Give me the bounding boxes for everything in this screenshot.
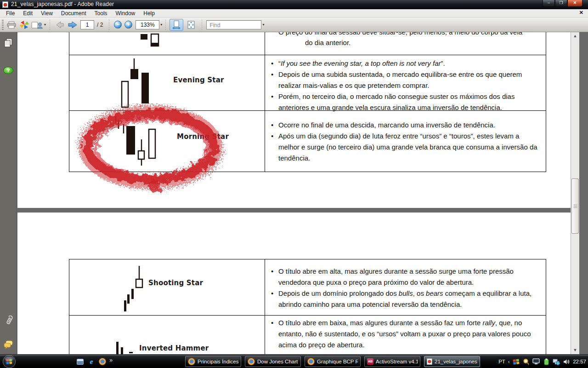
taskbar-button-graphique-bcp[interactable]: Graphique BCP R, c... [305, 356, 361, 367]
show-desktop-button[interactable] [76, 357, 84, 366]
toolbar-separator [109, 20, 109, 30]
clock[interactable]: 22:57 [573, 359, 586, 364]
network-tray-icon[interactable] [553, 358, 560, 365]
find-dropdown-caret-icon[interactable]: ▾ [262, 23, 264, 27]
restore-button[interactable]: ❐ [555, 0, 567, 7]
pattern-description: •O título abre em alta, mas algures dura… [271, 266, 540, 310]
page-count-label: / 2 [97, 22, 103, 28]
window-controls: – ❐ ✕ [543, 0, 582, 7]
taskbar-button-activostream[interactable]: AB ActivoStream v4.14 [364, 356, 420, 367]
find-input[interactable] [207, 21, 261, 29]
acrobat-pinwheel-icon [19, 20, 29, 29]
find-field[interactable] [206, 20, 261, 29]
zoom-in-button[interactable]: + [124, 21, 132, 29]
fit-page-icon [187, 20, 196, 29]
toolbar-grip [2, 20, 4, 30]
back-arrow-icon [55, 21, 64, 29]
collaborate-icon [31, 21, 43, 29]
table-divider [265, 32, 265, 172]
security-tray-icon[interactable] [512, 358, 520, 365]
volume-tray-icon[interactable] [563, 358, 570, 365]
table-row-line [69, 55, 546, 55]
dropdown-caret-icon: ▾ [44, 23, 46, 27]
internet-explorer-launcher[interactable]: e [87, 357, 96, 366]
table-cell-text: do dia anterior. [305, 37, 351, 48]
search-tray-icon[interactable] [522, 358, 530, 365]
power-tray-icon[interactable] [543, 358, 550, 365]
firefox-icon [99, 358, 106, 365]
scroll-down-icon[interactable]: ▼ [571, 346, 579, 354]
close-button[interactable]: ✕ [567, 0, 582, 7]
close-document-icon[interactable]: ✕ [579, 10, 583, 16]
how-to-panel-button[interactable]: ? [3, 65, 13, 75]
display-tray-icon[interactable] [532, 358, 540, 365]
title-bar: 21_velas_japonesas.pdf - Adobe Reader – … [0, 0, 588, 9]
help-icon: ? [3, 67, 13, 74]
system-tray: PT ‹ [498, 355, 586, 368]
zoom-level-value[interactable]: 133% [136, 20, 159, 29]
clipped-candlestick-pattern [138, 33, 170, 49]
attachments-panel-button[interactable] [3, 316, 13, 326]
comments-panel-button[interactable] [3, 339, 13, 350]
previous-page-button[interactable] [54, 19, 66, 31]
table-row-line [69, 315, 546, 316]
page-number-field[interactable] [80, 20, 94, 29]
menu-bar: File Edit View Document Tools Window Hel… [0, 9, 588, 17]
pattern-description: •Ocorre no final de uma descida, marcand… [271, 120, 540, 164]
internet-explorer-icon: e [90, 358, 93, 365]
vertical-scrollbar[interactable]: ▲ ▼ [571, 32, 579, 354]
document-viewport: ? [0, 32, 588, 354]
patterns-table: Shooting Star •O título abre em alta, ma… [69, 259, 546, 354]
minimize-button[interactable]: – [543, 0, 555, 7]
table-divider [265, 259, 265, 354]
toolbar-separator [202, 20, 202, 30]
pattern-label: Inverted Hammer [139, 344, 209, 352]
printer-icon [6, 21, 17, 29]
document-area: O preço do final da sessão deve situar-s… [17, 32, 579, 354]
menu-edit[interactable]: Edit [19, 9, 37, 17]
scrolling-mode-button[interactable] [170, 19, 183, 31]
tray-collapse-icon[interactable]: ‹ [508, 359, 509, 364]
window-title: 21_velas_japonesas.pdf - Adobe Reader [11, 1, 114, 7]
firefox-icon [248, 358, 255, 365]
adobe-reader-window: 21_velas_japonesas.pdf - Adobe Reader – … [0, 0, 588, 368]
scroll-up-icon[interactable]: ▲ [571, 32, 579, 40]
language-indicator[interactable]: PT [498, 359, 505, 364]
fit-page-button[interactable] [184, 19, 198, 31]
menu-document[interactable]: Document [57, 9, 90, 17]
firefox-launcher[interactable] [98, 357, 107, 366]
comments-icon [3, 340, 13, 349]
shooting-star-candles [124, 264, 202, 313]
taskbar-button-velas-japonesas[interactable]: 21_velas_japonesas.... [424, 356, 480, 367]
menu-tools[interactable]: Tools [90, 9, 112, 17]
scrollbar-thumb[interactable] [571, 178, 579, 234]
taskbar-button-principais-indices[interactable]: Principais Índices M... [185, 356, 241, 367]
table-row-line [69, 259, 546, 259]
collaborate-button[interactable]: ▾ [31, 19, 46, 31]
toolbar-separator [165, 20, 166, 30]
pdf-page-2: Shooting Star •O título abre em alta, ma… [17, 213, 578, 354]
pattern-description: •“If you see the evening star, a top oft… [271, 58, 540, 113]
zoom-dropdown-caret-icon[interactable]: ▾ [160, 23, 162, 27]
menu-file[interactable]: File [2, 9, 19, 17]
acrobat-services-button[interactable] [18, 19, 30, 31]
show-desktop-icon [77, 359, 84, 365]
activostream-icon: AB [367, 358, 373, 365]
zoom-out-button[interactable]: − [114, 21, 122, 29]
next-page-button[interactable] [67, 19, 79, 31]
pattern-label: Evening Star [173, 76, 224, 84]
taskbar-button-dow-jones[interactable]: Dow Jones Chart - L... [245, 356, 301, 367]
menu-window[interactable]: Window [112, 9, 140, 17]
menu-help[interactable]: Help [139, 9, 159, 17]
page-number-input[interactable] [81, 21, 94, 29]
menu-view[interactable]: View [37, 9, 57, 17]
start-button[interactable] [2, 355, 16, 368]
navigation-sidebar: ? [0, 32, 17, 354]
forward-arrow-icon [68, 20, 78, 29]
taskbar: e » Principais Índices M... Dow Jones Ch… [0, 354, 588, 368]
toolbar-separator [50, 20, 50, 30]
pages-panel-button[interactable] [3, 38, 13, 48]
print-button[interactable] [6, 19, 17, 31]
quick-launch-overflow-icon[interactable]: » [109, 356, 113, 363]
toolbar: ▾ / 2 − + 133% ▾ [0, 17, 588, 32]
